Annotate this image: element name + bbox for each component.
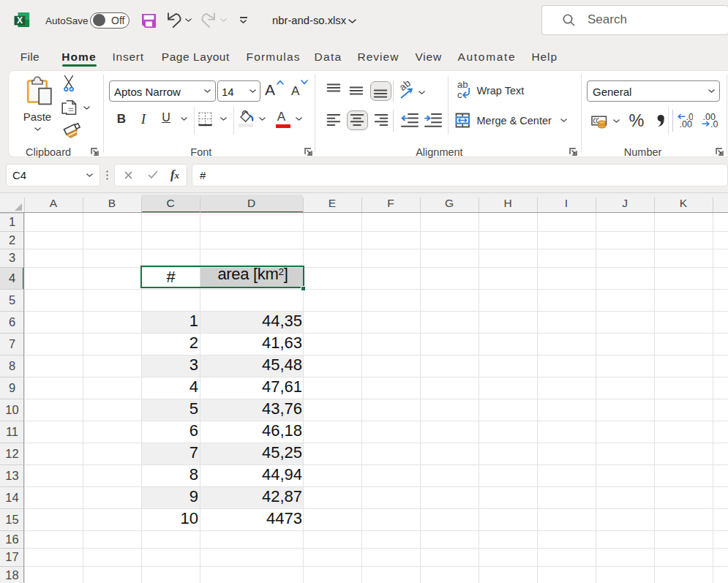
svg-text:.0: .0 bbox=[686, 112, 694, 122]
svg-text:X: X bbox=[17, 15, 23, 26]
svg-text:.0: .0 bbox=[710, 119, 718, 129]
